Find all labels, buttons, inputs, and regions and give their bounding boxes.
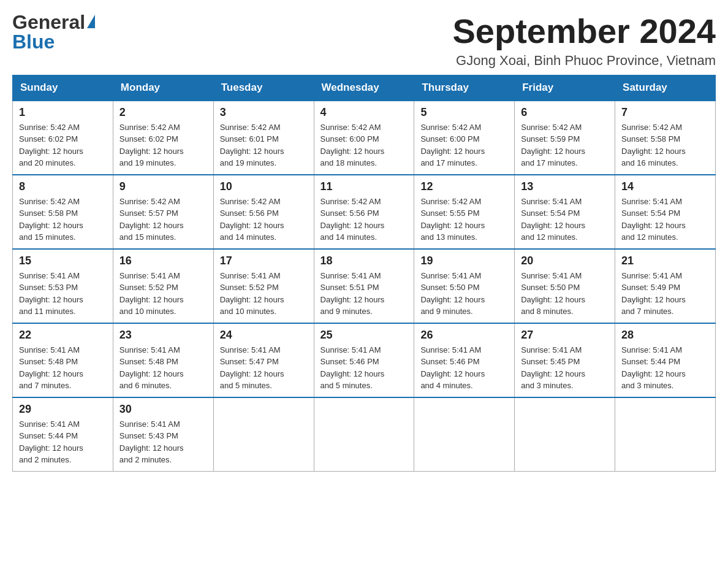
day-cell-16: 16Sunrise: 5:41 AMSunset: 5:52 PMDayligh… (113, 249, 213, 323)
day-number-9: 9 (119, 180, 207, 193)
day-info-23: Sunrise: 5:41 AMSunset: 5:48 PMDaylight:… (119, 344, 207, 392)
day-info-1: Sunrise: 5:42 AMSunset: 6:02 PMDaylight:… (19, 121, 107, 169)
day-info-11: Sunrise: 5:42 AMSunset: 5:56 PMDaylight:… (320, 196, 408, 243)
day-info-16: Sunrise: 5:41 AMSunset: 5:52 PMDaylight:… (119, 270, 207, 318)
day-cell-27: 27Sunrise: 5:41 AMSunset: 5:45 PMDayligh… (515, 323, 615, 397)
day-info-18: Sunrise: 5:41 AMSunset: 5:51 PMDaylight:… (320, 270, 408, 318)
day-info-26: Sunrise: 5:41 AMSunset: 5:46 PMDaylight:… (420, 344, 508, 392)
day-number-19: 19 (420, 255, 508, 267)
day-info-27: Sunrise: 5:41 AMSunset: 5:45 PMDaylight:… (521, 344, 609, 392)
day-number-30: 30 (119, 403, 207, 416)
empty-cell (615, 397, 716, 472)
week-row-4: 22Sunrise: 5:41 AMSunset: 5:48 PMDayligh… (13, 323, 716, 397)
day-number-14: 14 (621, 180, 709, 193)
day-number-24: 24 (220, 329, 308, 342)
day-info-5: Sunrise: 5:42 AMSunset: 6:00 PMDaylight:… (420, 121, 508, 169)
day-cell-26: 26Sunrise: 5:41 AMSunset: 5:46 PMDayligh… (414, 323, 515, 397)
day-cell-4: 4Sunrise: 5:42 AMSunset: 6:00 PMDaylight… (314, 101, 414, 175)
day-cell-11: 11Sunrise: 5:42 AMSunset: 5:56 PMDayligh… (314, 175, 414, 249)
day-number-8: 8 (19, 180, 107, 193)
day-number-27: 27 (521, 329, 609, 342)
day-number-17: 17 (220, 255, 308, 267)
header-friday: Friday (515, 75, 615, 101)
weekday-header-row: Sunday Monday Tuesday Wednesday Thursday… (13, 75, 716, 101)
day-number-10: 10 (220, 180, 308, 193)
day-cell-20: 20Sunrise: 5:41 AMSunset: 5:50 PMDayligh… (515, 249, 615, 323)
day-info-4: Sunrise: 5:42 AMSunset: 6:00 PMDaylight:… (320, 121, 408, 169)
day-number-5: 5 (420, 106, 508, 119)
day-number-18: 18 (320, 255, 408, 267)
day-cell-14: 14Sunrise: 5:41 AMSunset: 5:54 PMDayligh… (615, 175, 716, 249)
empty-cell (314, 397, 414, 472)
day-cell-7: 7Sunrise: 5:42 AMSunset: 5:58 PMDaylight… (615, 101, 716, 175)
day-cell-13: 13Sunrise: 5:41 AMSunset: 5:54 PMDayligh… (515, 175, 615, 249)
day-number-25: 25 (320, 329, 408, 342)
day-number-6: 6 (521, 106, 609, 119)
day-number-13: 13 (521, 180, 609, 193)
day-cell-30: 30Sunrise: 5:41 AMSunset: 5:43 PMDayligh… (113, 397, 213, 472)
day-number-28: 28 (621, 329, 709, 342)
day-cell-9: 9Sunrise: 5:42 AMSunset: 5:57 PMDaylight… (113, 175, 213, 249)
day-number-11: 11 (320, 180, 408, 193)
day-number-20: 20 (521, 255, 609, 267)
day-number-3: 3 (220, 106, 308, 119)
day-info-15: Sunrise: 5:41 AMSunset: 5:53 PMDaylight:… (19, 270, 107, 318)
day-info-9: Sunrise: 5:42 AMSunset: 5:57 PMDaylight:… (119, 196, 207, 243)
day-number-1: 1 (19, 106, 107, 119)
day-number-15: 15 (19, 255, 107, 267)
day-number-7: 7 (621, 106, 709, 119)
day-number-22: 22 (19, 329, 107, 342)
day-info-30: Sunrise: 5:41 AMSunset: 5:43 PMDaylight:… (119, 418, 207, 466)
day-number-16: 16 (119, 255, 207, 267)
empty-cell (213, 397, 314, 472)
calendar-table: Sunday Monday Tuesday Wednesday Thursday… (12, 75, 716, 472)
day-cell-1: 1Sunrise: 5:42 AMSunset: 6:02 PMDaylight… (13, 101, 113, 175)
day-info-21: Sunrise: 5:41 AMSunset: 5:49 PMDaylight:… (621, 270, 709, 318)
day-number-23: 23 (119, 329, 207, 342)
day-info-20: Sunrise: 5:41 AMSunset: 5:50 PMDaylight:… (521, 270, 609, 318)
page-header: General Blue September 2024 GJong Xoai, … (12, 12, 716, 69)
day-cell-15: 15Sunrise: 5:41 AMSunset: 5:53 PMDayligh… (13, 249, 113, 323)
day-cell-23: 23Sunrise: 5:41 AMSunset: 5:48 PMDayligh… (113, 323, 213, 397)
header-wednesday: Wednesday (314, 75, 414, 101)
location-title: GJong Xoai, Binh Phuoc Province, Vietnam (452, 53, 716, 69)
day-info-22: Sunrise: 5:41 AMSunset: 5:48 PMDaylight:… (19, 344, 107, 392)
day-number-26: 26 (420, 329, 508, 342)
day-cell-3: 3Sunrise: 5:42 AMSunset: 6:01 PMDaylight… (213, 101, 314, 175)
day-cell-21: 21Sunrise: 5:41 AMSunset: 5:49 PMDayligh… (615, 249, 716, 323)
day-info-6: Sunrise: 5:42 AMSunset: 5:59 PMDaylight:… (521, 121, 609, 169)
header-monday: Monday (113, 75, 213, 101)
logo: General Blue (12, 12, 95, 52)
day-cell-5: 5Sunrise: 5:42 AMSunset: 6:00 PMDaylight… (414, 101, 515, 175)
day-info-24: Sunrise: 5:41 AMSunset: 5:47 PMDaylight:… (220, 344, 308, 392)
day-cell-28: 28Sunrise: 5:41 AMSunset: 5:44 PMDayligh… (615, 323, 716, 397)
day-info-28: Sunrise: 5:41 AMSunset: 5:44 PMDaylight:… (621, 344, 709, 392)
day-info-8: Sunrise: 5:42 AMSunset: 5:58 PMDaylight:… (19, 196, 107, 243)
empty-cell (414, 397, 515, 472)
header-thursday: Thursday (414, 75, 515, 101)
day-cell-24: 24Sunrise: 5:41 AMSunset: 5:47 PMDayligh… (213, 323, 314, 397)
day-cell-12: 12Sunrise: 5:42 AMSunset: 5:55 PMDayligh… (414, 175, 515, 249)
month-title: September 2024 (452, 12, 716, 50)
day-cell-2: 2Sunrise: 5:42 AMSunset: 6:02 PMDaylight… (113, 101, 213, 175)
empty-cell (515, 397, 615, 472)
day-info-12: Sunrise: 5:42 AMSunset: 5:55 PMDaylight:… (420, 196, 508, 243)
title-area: September 2024 GJong Xoai, Binh Phuoc Pr… (452, 12, 716, 69)
header-tuesday: Tuesday (213, 75, 314, 101)
header-saturday: Saturday (615, 75, 716, 101)
day-info-17: Sunrise: 5:41 AMSunset: 5:52 PMDaylight:… (220, 270, 308, 318)
day-info-13: Sunrise: 5:41 AMSunset: 5:54 PMDaylight:… (521, 196, 609, 243)
day-cell-10: 10Sunrise: 5:42 AMSunset: 5:56 PMDayligh… (213, 175, 314, 249)
day-cell-6: 6Sunrise: 5:42 AMSunset: 5:59 PMDaylight… (515, 101, 615, 175)
logo-general: General (12, 12, 85, 32)
day-info-2: Sunrise: 5:42 AMSunset: 6:02 PMDaylight:… (119, 121, 207, 169)
header-sunday: Sunday (13, 75, 113, 101)
week-row-3: 15Sunrise: 5:41 AMSunset: 5:53 PMDayligh… (13, 249, 716, 323)
week-row-1: 1Sunrise: 5:42 AMSunset: 6:02 PMDaylight… (13, 101, 716, 175)
day-info-14: Sunrise: 5:41 AMSunset: 5:54 PMDaylight:… (621, 196, 709, 243)
day-number-29: 29 (19, 403, 107, 416)
logo-triangle-icon (87, 15, 95, 28)
day-info-10: Sunrise: 5:42 AMSunset: 5:56 PMDaylight:… (220, 196, 308, 243)
day-cell-25: 25Sunrise: 5:41 AMSunset: 5:46 PMDayligh… (314, 323, 414, 397)
day-number-4: 4 (320, 106, 408, 119)
